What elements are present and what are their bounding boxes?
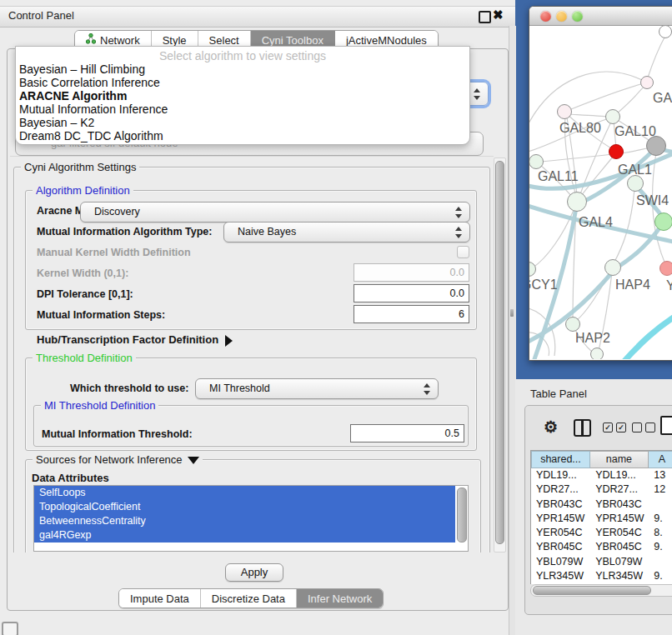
table-cell[interactable]: YPR145W (590, 512, 649, 526)
algorithm-option[interactable]: Basic Correlation Inference (16, 76, 469, 89)
algorithm-option[interactable]: Bayesian – K2 (16, 116, 469, 129)
table-row[interactable]: YER054CYER054C8. (531, 526, 672, 540)
dpi-tolerance-label: DPI Tolerance [0,1]: (37, 288, 133, 300)
network-node-gal80[interactable] (557, 104, 572, 119)
new-table-icon[interactable] (660, 416, 672, 435)
table-cell[interactable]: YLR345W (590, 569, 649, 583)
network-node[interactable] (646, 136, 666, 156)
deselect-all-icon[interactable] (632, 422, 655, 432)
network-node-hap2[interactable] (565, 317, 580, 332)
table-cell[interactable]: 9. (649, 540, 672, 554)
table-cell[interactable]: YPR145W (531, 512, 590, 526)
tab-discretize-data[interactable]: Discretize Data (201, 589, 297, 608)
column-header-shared-name[interactable]: shared... (531, 451, 590, 468)
node-label: HAP4 (615, 278, 650, 292)
zoom-traffic-icon[interactable] (572, 11, 583, 22)
attribute-list-item[interactable]: SelfLoops (34, 486, 455, 500)
network-node[interactable] (659, 26, 672, 38)
table-row[interactable]: YDR27...YDR27...12 (531, 482, 672, 497)
column-header-name[interactable]: name (590, 451, 649, 468)
table-hscrollbar[interactable] (530, 584, 672, 597)
tab-impute-data[interactable]: Impute Data (119, 589, 201, 608)
table-cell[interactable]: YER054C (531, 526, 590, 540)
apply-button[interactable]: Apply (225, 563, 283, 582)
table-row[interactable]: YPR145WYPR145W9. (531, 512, 672, 526)
dpi-tolerance-input[interactable]: 0.0 (354, 284, 469, 302)
table-cell[interactable]: YBR045C (590, 540, 649, 554)
network-node-hap4[interactable] (604, 259, 621, 276)
scrollbar-thumb[interactable] (533, 586, 651, 595)
network-canvas[interactable]: GALGAL80GAL10GAL1GAL11SWI4GAL4GCY1HAP4YH… (529, 26, 672, 359)
scrollbar-thumb[interactable] (495, 161, 504, 544)
algorithm-option[interactable]: Bayesian – Hill Climbing (16, 62, 469, 76)
which-threshold-combo[interactable]: MI Threshold (195, 378, 439, 399)
table-cell[interactable]: YDR27... (531, 482, 590, 497)
attribute-list-item[interactable]: gal4RGexp (34, 528, 455, 542)
data-attributes-label: Data Attributes (32, 472, 109, 484)
mi-type-combo[interactable]: Naive Bayes (223, 222, 470, 242)
algorithm-option[interactable]: Mutual Information Inference (16, 102, 469, 116)
table-cell[interactable]: 9. (649, 512, 672, 526)
network-node-swi4[interactable] (627, 175, 644, 192)
hub-definition-expander[interactable]: Hub/Transcription Factor Definition (37, 333, 233, 347)
table-row[interactable]: YDL19...YDL19...13 (531, 468, 672, 482)
network-node-gcy1[interactable] (529, 262, 536, 277)
group-title: Cyni Algorithm Settings (21, 161, 139, 173)
network-node-gal1[interactable] (609, 144, 624, 159)
table-cell[interactable]: 9. (649, 569, 672, 583)
column-header-next[interactable]: A (649, 451, 672, 468)
table-cell[interactable] (649, 555, 672, 569)
network-node-gal4[interactable] (567, 192, 587, 212)
settings-scrollbar[interactable] (494, 158, 506, 552)
tab-infer-network[interactable]: Infer Network (297, 589, 383, 608)
table-cell[interactable]: YBL079W (531, 555, 590, 569)
aracne-mode-combo[interactable]: Discovery (80, 202, 470, 222)
network-node-gal11[interactable] (529, 154, 544, 169)
network-node[interactable] (590, 348, 604, 359)
kernel-width-label: Kernel Width (0,1): (37, 268, 128, 279)
network-window-titlebar[interactable] (529, 7, 672, 26)
algorithm-option[interactable]: Dream8 DC_TDC Algorithm (16, 129, 469, 142)
close-icon[interactable]: ✖ (493, 8, 504, 22)
column-layout-icon[interactable] (574, 419, 591, 437)
list-scrollbar[interactable] (457, 488, 467, 542)
table-cell[interactable]: 8. (649, 526, 672, 540)
network-node-y[interactable] (659, 261, 672, 276)
close-traffic-icon[interactable] (540, 11, 551, 22)
corner-widget[interactable] (2, 622, 18, 635)
minimize-traffic-icon[interactable] (556, 11, 567, 22)
table-cell[interactable]: YDR27... (590, 482, 649, 497)
table-row[interactable]: YBL079WYBL079W (531, 555, 672, 569)
table-cell[interactable]: YBR043C (531, 498, 590, 512)
resize-handle-icon[interactable] (510, 309, 514, 317)
network-node-gal[interactable] (640, 76, 654, 89)
table-row[interactable]: YLR345WYLR345W9. (531, 569, 672, 583)
table-cell[interactable]: YDL19... (531, 468, 590, 482)
table-cell[interactable]: YER054C (590, 526, 649, 540)
table-cell[interactable]: YLR345W (531, 569, 590, 583)
algorithm-option[interactable]: ARACNE Algorithm (16, 89, 469, 102)
network-node-gal10[interactable] (605, 109, 620, 124)
mi-threshold-input[interactable]: 0.5 (350, 424, 464, 442)
attribute-list-item[interactable]: BetweennessCentrality (34, 514, 455, 528)
attribute-list-item[interactable]: TopologicalCoefficient (34, 500, 455, 514)
sources-expander[interactable]: Sources for Network Inference (33, 453, 203, 466)
table-cell[interactable]: YDL19... (590, 468, 649, 482)
table-row[interactable]: YBR043CYBR043C (531, 498, 672, 512)
table-cell[interactable]: YBL079W (590, 555, 649, 569)
table-cell[interactable]: YBR045C (531, 540, 590, 554)
kernel-width-input[interactable]: 0.0 (354, 263, 469, 282)
table-panel-title: Table Panel (530, 388, 587, 400)
table-cell[interactable]: YBR043C (590, 498, 649, 512)
table-cell[interactable]: 13 (649, 468, 672, 482)
node-table: shared... name A YDL19...YDL19...13YDR27… (530, 450, 672, 584)
network-node[interactable] (654, 212, 672, 231)
float-panel-icon[interactable] (479, 11, 491, 23)
gear-icon[interactable]: ⚙ (544, 418, 558, 437)
manual-kernel-checkbox[interactable] (457, 246, 469, 258)
table-cell[interactable]: 12 (649, 482, 672, 497)
select-all-icon[interactable]: ✓ ✓ (603, 422, 626, 432)
table-row[interactable]: YBR045CYBR045C9. (531, 540, 672, 554)
mi-steps-input[interactable]: 6 (354, 305, 469, 323)
table-cell[interactable] (649, 498, 672, 512)
